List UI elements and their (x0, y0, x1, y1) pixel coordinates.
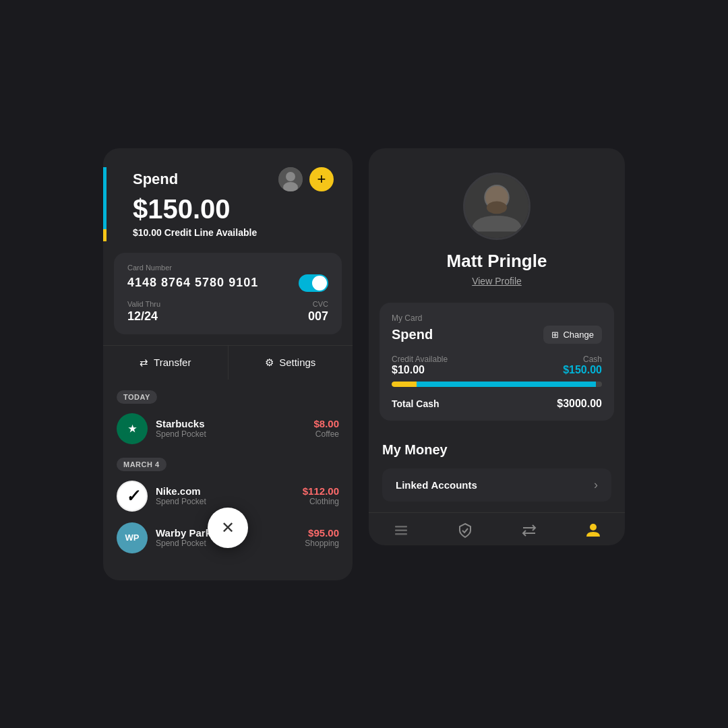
transfer-button[interactable]: ⇄ Transfer (103, 346, 229, 380)
cash-label: Cash (563, 355, 602, 364)
menu-icon (393, 522, 409, 539)
card-toggle[interactable] (299, 274, 328, 292)
transactions: TODAY ★ Starbucks Spend Pocket $8.00 Cof… (103, 380, 353, 580)
nike-swoosh-icon: ✓ (125, 486, 140, 506)
nike-logo: ✓ (117, 481, 148, 512)
card-info: Card Number 4148 8764 5780 9101 Valid Th… (114, 253, 342, 334)
nav-item-transfer[interactable] (497, 522, 561, 539)
credit-available-value: $10.00 (392, 364, 448, 376)
header-actions: + (278, 167, 334, 191)
nav-item-menu[interactable] (369, 522, 433, 539)
total-cash-label: Total Cash (392, 398, 439, 409)
progress-yellow (392, 382, 417, 387)
credit-available-label: Credit Available (392, 355, 448, 364)
transaction-amount: $8.00 (313, 418, 339, 429)
nav-item-shield[interactable] (433, 522, 497, 539)
spend-amount: $150.00 (133, 194, 334, 224)
transaction-category: Clothing (303, 497, 339, 506)
warby-logo: WP (117, 522, 148, 553)
spend-title: Spend (133, 171, 178, 188)
profile-section: Matt Pringle View Profile (369, 148, 625, 303)
chevron-right-icon: › (594, 478, 598, 492)
my-card-label: My Card (392, 313, 602, 323)
accent-yellow (103, 229, 107, 241)
settings-button[interactable]: ⚙ Settings (229, 346, 353, 380)
starbucks-logo: ★ (117, 413, 148, 444)
header-top: Spend + (122, 167, 334, 191)
card-actions: ⇄ Transfer ⚙ Settings (103, 345, 353, 380)
my-card-section: My Card Spend ⊞ Change Credit Available … (380, 303, 614, 421)
transfer-icon: ⇄ (140, 357, 148, 369)
credit-cash-row: Credit Available $10.00 Cash $150.00 (392, 355, 602, 376)
transaction-amount: $112.00 (303, 485, 339, 497)
accent-blue (103, 167, 107, 229)
linked-accounts-row[interactable]: Linked Accounts › (382, 468, 611, 502)
profile-avatar (463, 173, 530, 240)
settings-icon: ⚙ (265, 357, 274, 369)
my-money-title: My Money (382, 442, 611, 458)
card-header: Spend + $150.00 $10.00 Credit Line Avail… (103, 148, 353, 253)
transaction-category: Shopping (305, 539, 339, 548)
cash-value: $150.00 (563, 364, 602, 376)
valid-thru-group: Valid Thru 12/24 (127, 300, 160, 324)
transfer-icon (521, 522, 537, 539)
merchant-pocket: Spend Pocket (156, 429, 305, 439)
credit-line: $10.00 Credit Line Available (133, 227, 334, 238)
svg-rect-10 (395, 529, 407, 531)
add-button[interactable]: + (309, 167, 334, 191)
card-number-label: Card Number (127, 264, 328, 272)
cvc-label: CVC (308, 300, 328, 308)
nav-item-person[interactable] (561, 522, 625, 539)
card-number: 4148 8764 5780 9101 (127, 276, 258, 290)
close-button[interactable]: ✕ (208, 508, 248, 548)
close-icon: ✕ (221, 518, 235, 537)
linked-accounts-text: Linked Accounts (396, 479, 477, 491)
progress-bar (392, 382, 602, 387)
merchant-pocket: Spend Pocket (156, 497, 295, 506)
transaction-starbucks: ★ Starbucks Spend Pocket $8.00 Coffee (117, 413, 339, 444)
march4-badge: MARCH 4 (117, 458, 166, 471)
transaction-right-starbucks: $8.00 Coffee (313, 418, 339, 439)
transaction-right-warby: $95.00 Shopping (305, 527, 339, 548)
change-button[interactable]: ⊞ Change (543, 326, 602, 344)
transaction-right-nike: $112.00 Clothing (303, 485, 339, 506)
transaction-amount: $95.00 (305, 527, 339, 539)
svg-point-8 (487, 201, 507, 214)
change-icon: ⊞ (551, 330, 559, 340)
svg-rect-11 (395, 533, 407, 535)
left-card: Spend + $150.00 $10.00 Credit Line Avail… (103, 148, 353, 580)
valid-thru-value: 12/24 (127, 309, 160, 324)
merchant-name: Nike.com (156, 485, 295, 497)
person-icon (585, 522, 601, 539)
view-profile-link[interactable]: View Profile (472, 276, 522, 286)
svg-point-1 (286, 172, 295, 181)
transaction-category: Coffee (313, 429, 339, 439)
toggle-knob (312, 276, 327, 291)
merchant-name: Starbucks (156, 418, 305, 429)
svg-point-12 (590, 524, 597, 530)
my-card-row: Spend ⊞ Change (392, 326, 602, 344)
svg-rect-9 (395, 526, 407, 528)
total-cash-row: Total Cash $3000.00 (392, 398, 602, 410)
svg-text:★: ★ (128, 423, 137, 434)
right-card: Matt Pringle View Profile My Card Spend … (369, 148, 625, 545)
credit-group: Credit Available $10.00 (392, 355, 448, 376)
my-card-title: Spend (392, 327, 433, 342)
card-details-row: Valid Thru 12/24 CVC 007 (127, 300, 328, 324)
today-badge: TODAY (117, 390, 157, 404)
total-cash-value: $3000.00 (557, 398, 602, 410)
my-money-section: My Money Linked Accounts › (369, 431, 625, 502)
bottom-nav (369, 512, 625, 545)
cash-group: Cash $150.00 (563, 355, 602, 376)
shield-icon (457, 522, 473, 539)
progress-blue (417, 382, 595, 387)
merchant-info-starbucks: Starbucks Spend Pocket (156, 418, 305, 439)
card-number-row: 4148 8764 5780 9101 (127, 274, 328, 292)
cvc-group: CVC 007 (308, 300, 328, 324)
merchant-info-nike: Nike.com Spend Pocket (156, 485, 295, 506)
valid-thru-label: Valid Thru (127, 300, 160, 308)
profile-name: Matt Pringle (447, 251, 547, 272)
avatar (278, 167, 303, 191)
cvc-value: 007 (308, 309, 328, 324)
accent-bar (103, 167, 107, 241)
